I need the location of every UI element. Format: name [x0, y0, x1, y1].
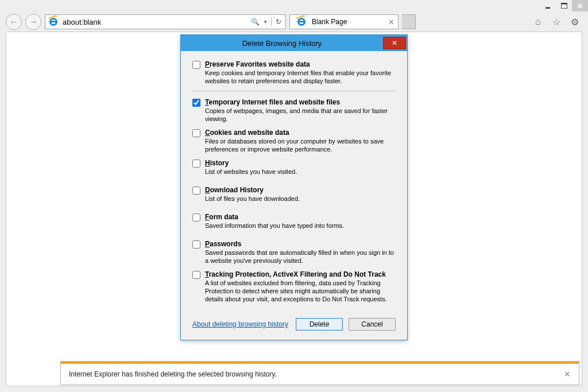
- option-label: Tracking Protection, ActiveX Filtering a…: [205, 270, 396, 278]
- checkbox-passwords[interactable]: [192, 240, 200, 249]
- dialog-footer: About deleting browsing history Delete C…: [181, 313, 407, 340]
- ie-logo-icon: [296, 16, 307, 28]
- option-description: Keep cookies and temporary Internet file…: [205, 69, 396, 85]
- browser-tab[interactable]: Blank Page ✕: [289, 14, 399, 29]
- option-description: A list of websites excluded from filteri…: [205, 279, 396, 303]
- separator: [192, 91, 396, 91]
- checkbox-cookies[interactable]: [192, 129, 200, 137]
- back-button[interactable]: ←: [6, 14, 22, 30]
- option-tracking-protection: Tracking Protection, ActiveX Filtering a…: [192, 270, 396, 303]
- checkbox-form-data[interactable]: [192, 214, 200, 222]
- address-input[interactable]: [61, 15, 249, 29]
- option-description: List of websites you have visited.: [205, 168, 396, 176]
- window-minimize-button[interactable]: 🗕: [540, 0, 556, 11]
- browser-toolbar: ← → 🔍 ▾ ↻ Blank Page ✕ ⌂ ☆ ⚙: [6, 14, 582, 30]
- new-tab-button[interactable]: [402, 14, 416, 29]
- notification-text: Internet Explorer has finished deleting …: [69, 370, 277, 378]
- option-description: Copies of webpages, images, and media th…: [205, 107, 396, 123]
- address-bar-tools: 🔍 ▾ ↻: [249, 15, 285, 29]
- checkbox-download-history[interactable]: [192, 187, 200, 195]
- refresh-icon[interactable]: ↻: [274, 18, 283, 26]
- option-temporary-internet-files: Temporary Internet files and website fil…: [192, 98, 396, 123]
- delete-button[interactable]: Delete: [296, 318, 343, 331]
- dialog-body: Preserve Favorites website data Keep coo…: [181, 51, 407, 313]
- favorites-star-icon[interactable]: ☆: [551, 17, 562, 27]
- window-close-button[interactable]: ✕: [572, 0, 588, 11]
- search-dropdown-icon[interactable]: ▾: [262, 19, 269, 25]
- forward-button[interactable]: →: [25, 14, 41, 30]
- about-deleting-history-link[interactable]: About deleting browsing history: [192, 320, 290, 328]
- window-controls: 🗕 🗖 ✕: [540, 0, 588, 11]
- checkbox-tracking-protection[interactable]: [192, 271, 200, 279]
- tab-close-button[interactable]: ✕: [388, 18, 394, 26]
- option-download-history: Download History List of files you have …: [192, 186, 396, 203]
- option-label: Preserve Favorites website data: [205, 60, 396, 68]
- cancel-button[interactable]: Cancel: [349, 318, 396, 331]
- option-history: History List of websites you have visite…: [192, 159, 396, 176]
- option-description: List of files you have downloaded.: [205, 195, 396, 203]
- option-description: Saved passwords that are automatically f…: [205, 249, 396, 265]
- checkbox-temporary-files[interactable]: [192, 99, 200, 107]
- option-description: Saved information that you have typed in…: [205, 222, 396, 230]
- dialog-title: Delete Browsing History: [181, 39, 383, 48]
- address-bar[interactable]: 🔍 ▾ ↻: [45, 14, 286, 29]
- option-label: History: [205, 159, 396, 167]
- option-cookies: Cookies and website data Files or databa…: [192, 129, 396, 153]
- checkbox-preserve-favorites[interactable]: [192, 61, 200, 69]
- ie-logo-icon: [48, 16, 59, 28]
- home-icon[interactable]: ⌂: [533, 17, 543, 27]
- notification-close-button[interactable]: ✕: [564, 370, 571, 379]
- delete-browsing-history-dialog: Delete Browsing History ✕ Preserve Favor…: [180, 34, 408, 340]
- notification-bar: Internet Explorer has finished deleting …: [60, 361, 579, 385]
- window-maximize-button[interactable]: 🗖: [556, 0, 572, 11]
- tab-label: Blank Page: [312, 18, 347, 26]
- option-label: Temporary Internet files and website fil…: [205, 98, 396, 106]
- dialog-close-button[interactable]: ✕: [383, 37, 406, 49]
- divider: [271, 17, 272, 26]
- search-icon[interactable]: 🔍: [249, 18, 261, 26]
- option-label: Download History: [205, 186, 396, 194]
- option-form-data: Form data Saved information that you hav…: [192, 213, 396, 230]
- checkbox-history[interactable]: [192, 160, 200, 168]
- option-label: Passwords: [205, 240, 396, 248]
- option-preserve-favorites: Preserve Favorites website data Keep coo…: [192, 60, 396, 85]
- settings-gear-icon[interactable]: ⚙: [570, 17, 580, 27]
- option-label: Cookies and website data: [205, 129, 396, 137]
- option-label: Form data: [205, 213, 396, 221]
- option-passwords: Passwords Saved passwords that are autom…: [192, 240, 396, 265]
- option-description: Files or databases stored on your comput…: [205, 137, 396, 153]
- dialog-titlebar[interactable]: Delete Browsing History ✕: [181, 35, 407, 51]
